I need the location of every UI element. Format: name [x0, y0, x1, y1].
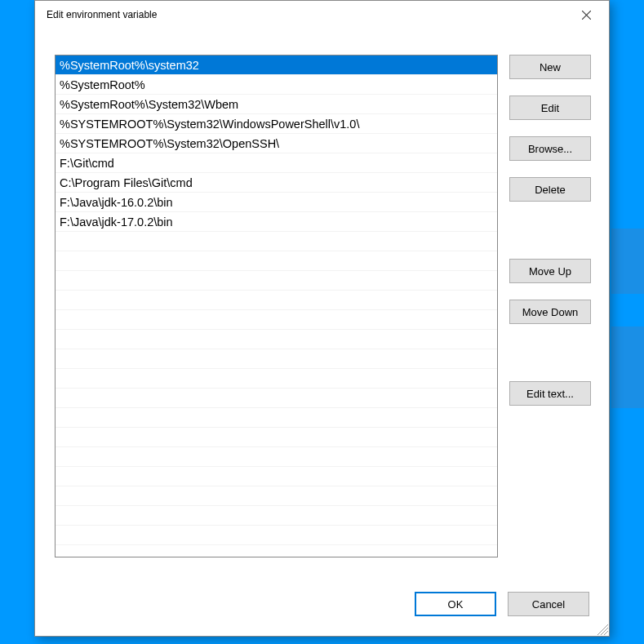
path-list-row[interactable]: %SYSTEMROOT%\System32\OpenSSH\ [56, 134, 497, 153]
path-list-row[interactable] [56, 291, 497, 310]
path-list-row[interactable] [56, 310, 497, 330]
path-list-row[interactable]: F:\Java\jdk-16.0.2\bin [56, 193, 497, 212]
path-list-row[interactable] [56, 330, 497, 349]
path-list-row[interactable] [56, 428, 497, 447]
new-button[interactable]: New [509, 55, 591, 79]
path-list-row[interactable]: F:\Java\jdk-17.0.2\bin [56, 212, 497, 232]
path-list-row[interactable]: %SystemRoot% [56, 75, 497, 95]
path-list-row[interactable]: C:\Program Files\Git\cmd [56, 173, 497, 193]
path-list-row[interactable] [56, 408, 497, 428]
path-list-row[interactable] [56, 369, 497, 389]
edit-environment-variable-dialog: Edit environment variable %SystemRoot%\s… [34, 0, 610, 637]
window-title: Edit environment variable [47, 9, 570, 20]
path-list-row[interactable] [56, 389, 497, 408]
delete-button[interactable]: Delete [509, 177, 591, 202]
edit-button[interactable]: Edit [509, 95, 591, 120]
move-down-button[interactable]: Move Down [509, 300, 591, 324]
resize-grip[interactable] [597, 624, 608, 635]
browse-button[interactable]: Browse... [509, 136, 591, 161]
path-list-row[interactable]: %SYSTEMROOT%\System32\WindowsPowerShell\… [56, 114, 497, 134]
path-list-row[interactable] [56, 232, 497, 251]
path-list-row[interactable] [56, 526, 497, 545]
cancel-button[interactable]: Cancel [508, 592, 589, 616]
path-list-row[interactable] [56, 251, 497, 271]
path-list-row[interactable] [56, 506, 497, 526]
ok-button[interactable]: OK [415, 592, 496, 616]
close-button[interactable] [570, 3, 602, 26]
path-list-row[interactable] [56, 349, 497, 369]
path-list-row[interactable] [56, 447, 497, 467]
dialog-body: %SystemRoot%\system32%SystemRoot%%System… [55, 55, 589, 621]
path-list[interactable]: %SystemRoot%\system32%SystemRoot%%System… [55, 55, 498, 557]
edit-text-button[interactable]: Edit text... [509, 381, 591, 406]
path-list-row[interactable] [56, 271, 497, 291]
close-icon [582, 11, 591, 20]
path-list-row[interactable] [56, 486, 497, 506]
titlebar[interactable]: Edit environment variable [35, 1, 609, 29]
button-column: New Edit Browse... Delete Move Up Move D… [509, 55, 591, 406]
path-list-row[interactable]: %SystemRoot%\System32\Wbem [56, 95, 497, 114]
dialog-footer: OK Cancel [55, 592, 589, 616]
path-list-row[interactable] [56, 467, 497, 486]
path-list-row[interactable]: %SystemRoot%\system32 [56, 56, 497, 75]
move-up-button[interactable]: Move Up [509, 259, 591, 283]
path-list-row[interactable]: F:\Git\cmd [56, 153, 497, 173]
